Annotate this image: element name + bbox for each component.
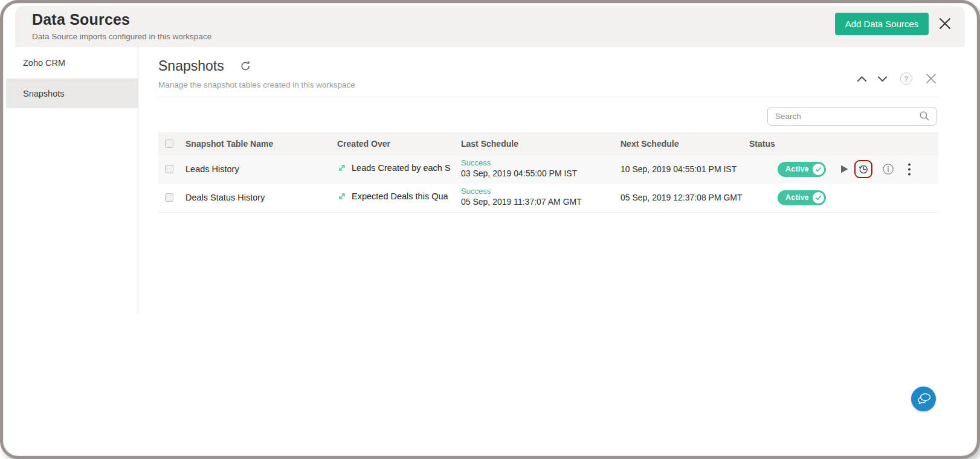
info-icon: [882, 163, 894, 175]
panel-close-icon[interactable]: [924, 72, 938, 85]
last-schedule-status: Success: [461, 187, 582, 196]
column-header: Next Schedule: [621, 139, 679, 149]
column-header: Snapshot Table Name: [185, 139, 273, 149]
panel-heading: Snapshots: [158, 58, 251, 74]
more-options-button[interactable]: [907, 162, 911, 179]
window-frame: [0, 0, 980, 459]
column-header: Status: [749, 139, 775, 149]
created-over-link[interactable]: Leads Created by each S: [337, 163, 451, 173]
sync-history-icon: [857, 163, 869, 175]
row-checkbox[interactable]: [165, 193, 173, 202]
status-badge[interactable]: Active: [778, 190, 826, 205]
last-schedule-time: 03 Sep, 2019 04:55:00 PM IST: [461, 169, 577, 178]
row-checkbox[interactable]: [165, 165, 173, 173]
info-button[interactable]: [882, 163, 894, 178]
table-row: Deals Status History Expected Deals this…: [158, 184, 938, 213]
sync-history-button-annotated[interactable]: [854, 160, 872, 178]
sidebar-item-label: Zoho CRM: [23, 58, 65, 68]
modal-header: Data Sources Data Source imports configu…: [15, 6, 965, 47]
last-schedule-cell: Success 03 Sep, 2019 04:55:00 PM IST: [461, 158, 577, 178]
support-chat-button[interactable]: [911, 387, 936, 411]
add-data-sources-button[interactable]: Add Data Sources: [835, 13, 929, 35]
snapshot-name: Leads History: [185, 164, 239, 174]
table-header-row: Snapshot Table Name Created Over Last Sc…: [158, 132, 938, 155]
sidebar-item-label: Snapshots: [23, 89, 65, 98]
sidebar-item-zoho-crm[interactable]: Zoho CRM: [6, 47, 138, 79]
play-icon: [840, 164, 849, 174]
last-schedule-time: 05 Sep, 2019 11:37:07 AM GMT: [461, 197, 582, 207]
snapshot-name: Deals Status History: [185, 193, 265, 202]
modal-close-icon[interactable]: [937, 16, 953, 31]
chevron-down-icon[interactable]: [877, 75, 888, 82]
status-badge[interactable]: Active: [778, 162, 826, 177]
panel-title-text: Snapshots: [158, 58, 224, 74]
section-divider: [158, 97, 938, 97]
search-input[interactable]: [767, 107, 936, 126]
column-header: Created Over: [337, 139, 390, 149]
column-header: Last Schedule: [461, 139, 518, 149]
page-subtitle: Data Source imports configured in this w…: [32, 32, 211, 41]
sidebar-item-snapshots[interactable]: Snapshots: [6, 79, 138, 108]
checkmark-circle-icon: [813, 192, 824, 204]
page-title: Data Sources: [32, 11, 130, 28]
sidebar: Zoho CRM Snapshots: [6, 47, 138, 108]
last-schedule-status: Success: [461, 158, 577, 167]
checkmark-circle-icon: [813, 164, 824, 175]
chevron-up-icon[interactable]: [857, 75, 867, 82]
last-schedule-cell: Success 05 Sep, 2019 11:37:07 AM GMT: [461, 187, 582, 207]
data-sources-modal: Data Sources Data Source imports configu…: [0, 0, 980, 459]
created-over-text: Expected Deals this Qua: [352, 191, 448, 201]
status-badge-label: Active: [785, 193, 809, 202]
created-over-text: Leads Created by each S: [352, 163, 451, 173]
open-link-icon: [337, 191, 347, 201]
status-badge-label: Active: [785, 165, 809, 173]
select-all-checkbox[interactable]: [165, 140, 173, 148]
help-icon[interactable]: ?: [900, 72, 912, 85]
created-over-link[interactable]: Expected Deals this Qua: [337, 191, 448, 201]
kebab-icon: [907, 162, 911, 177]
next-schedule-time: 10 Sep, 2019 04:55:01 PM IST: [621, 164, 737, 174]
search-icon[interactable]: [919, 111, 930, 124]
open-link-icon: [337, 163, 347, 173]
chat-bubbles-icon: [917, 393, 931, 405]
refresh-icon[interactable]: [240, 60, 251, 72]
panel-subtitle: Manage the snapshot tables created in th…: [158, 80, 355, 89]
run-now-button[interactable]: [840, 164, 849, 176]
sidebar-divider: [138, 47, 138, 314]
next-schedule-time: 05 Sep, 2019 12:37:08 PM GMT: [621, 193, 743, 202]
table-row: Leads History Leads Created by each S Su…: [158, 155, 938, 184]
